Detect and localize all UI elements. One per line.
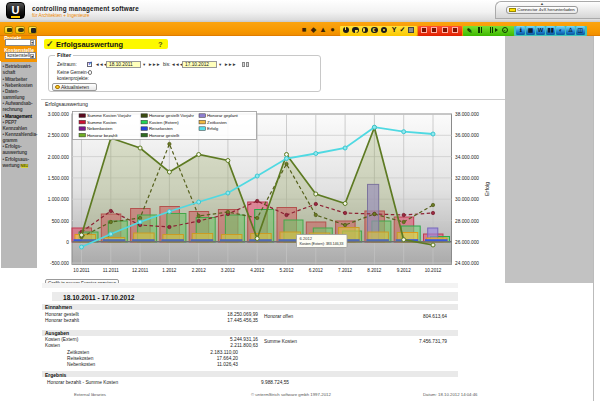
svg-text:10.2011: 10.2011 [73,268,90,273]
svg-text:Honorar bezahlt: Honorar bezahlt [87,133,118,138]
svg-text:Summe Kosten Vorjahr: Summe Kosten Vorjahr [87,113,132,118]
svg-text:1.500.000: 1.500.000 [48,176,70,181]
svg-text:36.000.000: 36.000.000 [455,133,479,138]
svg-text:8.2012: 8.2012 [367,268,381,273]
svg-text:12.2011: 12.2011 [132,268,149,273]
svg-text:38.000.000: 38.000.000 [455,112,479,117]
svg-text:Erfolg: Erfolg [207,126,219,131]
svg-text:Summe Kosten: Summe Kosten [87,120,117,125]
svg-text:2.500.000: 2.500.000 [48,133,70,138]
svg-text:30.000.000: 30.000.000 [455,197,479,202]
svg-text:-500.000: -500.000 [50,261,69,266]
svg-text:6.2012: 6.2012 [309,268,323,273]
svg-text:11.2011: 11.2011 [103,268,119,273]
svg-text:Honorar gestellt: Honorar gestellt [149,133,180,138]
svg-text:4.2012: 4.2012 [250,268,264,273]
svg-text:2.2012: 2.2012 [192,268,206,273]
svg-text:Honorar gestellt Vorjahr: Honorar gestellt Vorjahr [149,113,195,118]
svg-text:34.000.000: 34.000.000 [455,155,479,160]
svg-text:28.000.000: 28.000.000 [455,219,479,224]
svg-text:1.2012: 1.2012 [162,268,176,273]
svg-text:Reisekosten: Reisekosten [149,126,173,131]
svg-text:Kosten (Extern): Kosten (Extern) [149,120,179,125]
svg-text:500.000: 500.000 [52,219,70,224]
svg-text:9.2012: 9.2012 [397,268,411,273]
svg-text:0: 0 [66,240,69,245]
svg-text:6.2012: 6.2012 [300,236,313,241]
svg-text:Honorar geplant: Honorar geplant [207,113,239,118]
svg-text:3.000.000: 3.000.000 [48,112,70,117]
svg-text:3.2012: 3.2012 [221,268,235,273]
svg-text:7.2012: 7.2012 [338,268,352,273]
svg-text:5.2012: 5.2012 [279,268,293,273]
svg-text:1.000.000: 1.000.000 [48,197,70,202]
svg-text:10.2012: 10.2012 [425,268,442,273]
svg-text:Kosten (Extern): 383.146,33: Kosten (Extern): 383.146,33 [300,241,344,246]
svg-text:2.000.000: 2.000.000 [48,155,70,160]
svg-text:32.000.000: 32.000.000 [455,176,479,181]
svg-text:Erfolg: Erfolg [484,182,490,196]
svg-text:26.000.000: 26.000.000 [455,240,479,245]
svg-text:Zeitkosten: Zeitkosten [207,120,227,125]
svg-text:24.000.000: 24.000.000 [455,261,479,266]
svg-text:Nebenkosten: Nebenkosten [87,126,113,131]
